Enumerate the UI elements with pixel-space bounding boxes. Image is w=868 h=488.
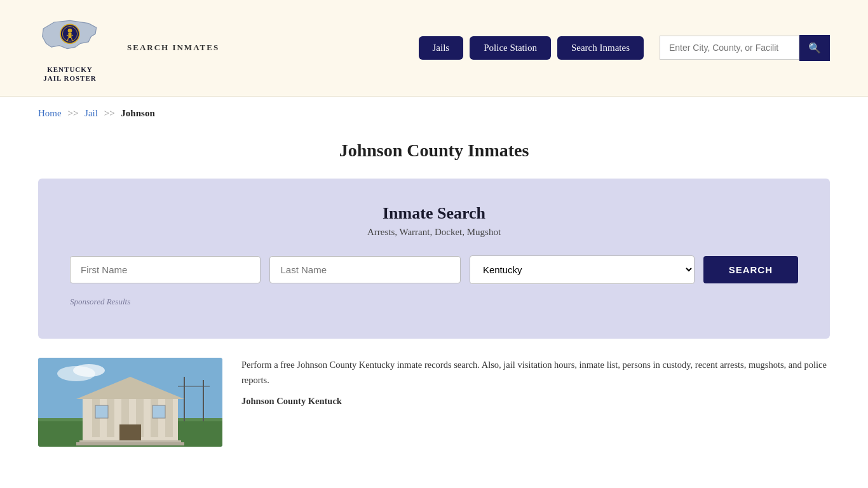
content-text: Perform a free Johnson County Kentucky i… — [241, 358, 830, 447]
police-station-button[interactable]: Police Station — [470, 36, 551, 60]
header: KENTUCKY JAIL ROSTER SEARCH INMATES Jail… — [0, 0, 868, 97]
breadcrumb-sep1: >> — [67, 108, 78, 118]
sponsored-label: Sponsored Results — [70, 297, 798, 307]
jails-button[interactable]: Jails — [419, 36, 464, 60]
svg-rect-27 — [76, 442, 184, 445]
logo-image — [38, 13, 102, 64]
breadcrumb-jail[interactable]: Jail — [85, 108, 98, 118]
content-subtitle: Johnson County Kentuck — [241, 394, 830, 409]
svg-rect-26 — [153, 405, 165, 418]
search-button[interactable]: SEARCH — [703, 256, 798, 283]
search-icon: 🔍 — [808, 43, 821, 53]
svg-rect-3 — [69, 33, 72, 38]
content-description: Perform a free Johnson County Kentucky i… — [241, 358, 830, 388]
breadcrumb-sep2: >> — [104, 108, 115, 118]
content-image — [38, 358, 222, 447]
search-panel: Inmate Search Arrests, Warrant, Docket, … — [38, 179, 830, 339]
nav-buttons: Jails Police Station Search Inmates 🔍 — [419, 35, 830, 61]
header-search-input[interactable] — [660, 36, 799, 60]
svg-rect-23 — [165, 399, 173, 437]
state-select[interactable]: Kentucky AlabamaAlaskaArizona ArkansasCa… — [470, 255, 695, 284]
breadcrumb: Home >> Jail >> Johnson — [0, 97, 868, 130]
logo-text: KENTUCKY JAIL ROSTER — [43, 65, 96, 83]
inmate-search-title: Inmate Search — [70, 204, 798, 223]
logo-area: KENTUCKY JAIL ROSTER — [38, 13, 102, 83]
header-search-button[interactable]: 🔍 — [799, 35, 830, 61]
svg-point-10 — [73, 364, 105, 377]
page-title: Johnson County Inmates — [0, 130, 868, 179]
search-inmates-button[interactable]: Search Inmates — [557, 36, 644, 60]
svg-point-2 — [68, 29, 72, 33]
breadcrumb-current: Johnson — [121, 108, 154, 118]
site-title: SEARCH INMATES — [127, 43, 219, 53]
header-search-wrap: 🔍 — [660, 35, 830, 61]
search-fields: Kentucky AlabamaAlaskaArizona ArkansasCa… — [70, 255, 798, 284]
svg-rect-25 — [95, 405, 108, 418]
content-area: Perform a free Johnson County Kentucky i… — [0, 358, 868, 472]
svg-rect-28 — [79, 440, 181, 442]
first-name-input[interactable] — [70, 256, 261, 283]
breadcrumb-home[interactable]: Home — [38, 108, 62, 118]
last-name-input[interactable] — [269, 256, 460, 283]
inmate-search-subtitle: Arrests, Warrant, Docket, Mugshot — [70, 227, 798, 238]
